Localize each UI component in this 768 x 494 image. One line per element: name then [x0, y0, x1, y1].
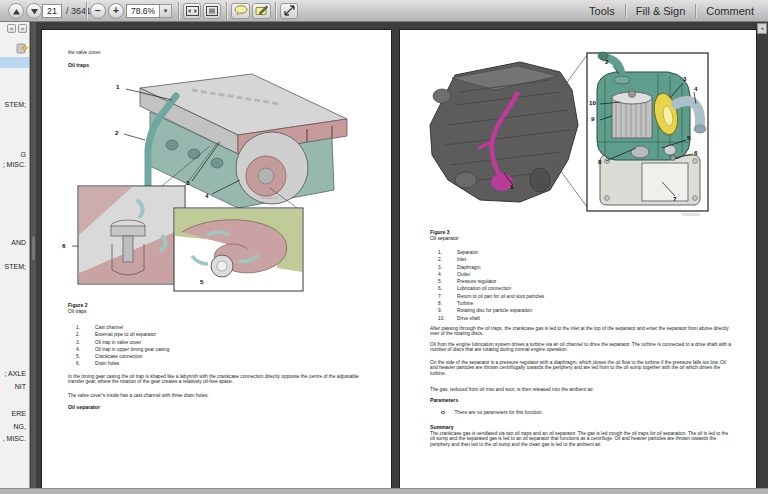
oil-traps-figure: [42, 30, 391, 488]
arrow-up-icon: [12, 2, 21, 20]
figure-subcaption: Oil separator: [430, 235, 459, 241]
bookmark-item[interactable]: STEM;: [5, 263, 26, 270]
body-text: Oil from the engine lubrication system d…: [430, 342, 734, 353]
body-text: The gas, reduced from oil mist and soot,…: [430, 387, 734, 392]
figure-id: V1060075: [260, 196, 278, 200]
panel-expand-button[interactable]: »: [18, 24, 27, 33]
toolbar-separator: [86, 2, 87, 19]
comment-button[interactable]: Comment: [696, 5, 764, 17]
figure-callout: 8: [598, 159, 601, 165]
figure-caption: Figure 2 Oil traps: [68, 302, 87, 315]
figure-callout: 10: [589, 100, 596, 106]
single-page-mode-button[interactable]: [203, 3, 221, 19]
toolbar-separator: [178, 2, 179, 19]
toolbar: / 3641 − + 78.6% ▾: [0, 0, 768, 22]
bookmark-item[interactable]: STEM;: [5, 101, 26, 108]
body-text: On the side of the separator is a pressu…: [430, 360, 734, 376]
body-text: After passing through the oil traps, the…: [430, 326, 734, 337]
figure-subcaption: Oil traps: [68, 308, 87, 314]
chevron-down-icon: ▾: [164, 7, 168, 15]
body-text: the valve cover.: [68, 50, 368, 55]
minus-icon: −: [95, 5, 101, 16]
figure-callout: 6: [62, 243, 65, 249]
fullscreen-button[interactable]: [280, 3, 298, 19]
bookmark-item[interactable]: ; MISC.: [3, 161, 26, 168]
page-number-input[interactable]: [42, 4, 62, 18]
figure-callout: 5: [687, 135, 690, 141]
tools-pane-toggle-button[interactable]: ◂: [757, 23, 767, 34]
bookmark-item[interactable]: NG,: [14, 423, 26, 430]
section-heading: Oil traps: [68, 62, 89, 68]
pdf-viewer-window: / 3641 − + 78.6% ▾: [0, 0, 768, 494]
figure-callout: 1: [116, 84, 119, 90]
figure-id: V1092006: [682, 213, 700, 217]
bookmark-options-icon[interactable]: [16, 40, 28, 58]
scrolling-mode-button[interactable]: [183, 3, 201, 19]
bookmark-item[interactable]: AND: [11, 239, 26, 246]
speech-bubble-icon: [234, 2, 248, 20]
zoom-level-value[interactable]: 78.6%: [126, 4, 160, 18]
figure-callout: 4: [694, 86, 697, 92]
figure-callout: 6: [694, 150, 697, 156]
body-text: The crankcase gas is ventilated via two …: [430, 431, 734, 447]
body-text: The valve cover's inside has a cast chan…: [68, 393, 370, 398]
bullet-icon: [441, 411, 445, 415]
expand-arrows-icon: [284, 2, 295, 20]
figure-callout: 7: [673, 196, 676, 202]
bookmark-item[interactable]: , MISC.: [3, 435, 26, 442]
panel-splitter[interactable]: [30, 22, 36, 488]
tools-button[interactable]: Tools: [579, 5, 625, 17]
toolbar-separator: [226, 2, 227, 19]
page-left: 1 2 3 4 5 6 V1060075 the valve cover. Oi…: [42, 30, 391, 488]
bookmark-item[interactable]: ; AXLE: [5, 370, 26, 377]
next-page-button[interactable]: [26, 3, 42, 19]
figure-legend-list: 1.Separator 2.Inlet 3.Diaphragm 4.Outlet…: [438, 249, 544, 322]
page-total-label: / 3641: [66, 6, 91, 16]
figure-callout: 1: [510, 184, 513, 190]
figure-callout: 5: [200, 279, 203, 285]
figure-caption: Figure 3 Oil separator: [430, 229, 459, 242]
fill-sign-button[interactable]: Fill & Sign: [626, 5, 696, 17]
bookmark-item[interactable]: ERE: [12, 410, 26, 417]
zoom-dropdown-button[interactable]: ▾: [160, 4, 172, 18]
fill-sign-tool-button[interactable]: [252, 3, 271, 19]
section-heading: Oil separator: [68, 404, 100, 410]
bookmark-item[interactable]: G: [21, 151, 26, 158]
toolbar-right-group: Tools Fill & Sign Comment: [579, 0, 764, 22]
parameters-bullet: There are no parameters for this functio…: [436, 410, 726, 415]
figure-callout: 2: [605, 59, 608, 65]
fit-width-icon: [186, 2, 199, 20]
page-right: 1 2 3 4 5 6 7 8 9 10 V1092006 Figure 3 O…: [400, 30, 756, 488]
figure-callout: 3: [683, 76, 686, 82]
chevron-left-icon: ◂: [761, 25, 764, 31]
arrow-down-icon: [30, 2, 39, 20]
section-heading: Summary: [430, 424, 454, 430]
bookmark-item[interactable]: NIT: [15, 383, 26, 390]
zoom-in-button[interactable]: +: [108, 3, 124, 19]
figure-legend-list: 1.Cast channel 2.External pipe to oil se…: [76, 324, 169, 368]
comment-annotation-button[interactable]: [231, 3, 250, 19]
plus-icon: +: [113, 5, 119, 16]
body-text: In the timing gear casing the oil trap i…: [68, 374, 370, 385]
bookmarks-panel: « » STEM; G ; MISC. AND STEM; ; AXLE NIT…: [0, 22, 30, 488]
signature-pen-icon: [255, 2, 269, 20]
fit-page-icon: [206, 2, 218, 20]
bookmark-selected[interactable]: [0, 57, 30, 68]
figure-callout: 3: [186, 180, 189, 186]
horizontal-scrollbar[interactable]: [0, 488, 768, 494]
splitter-grip-icon: [32, 236, 35, 260]
zoom-out-button[interactable]: −: [90, 3, 106, 19]
figure-callout: 4: [205, 193, 208, 199]
figure-callout: 9: [591, 116, 594, 122]
toolbar-separator: [275, 2, 276, 19]
section-heading: Parameters: [430, 397, 458, 403]
figure-callout: 2: [115, 130, 118, 136]
previous-page-button[interactable]: [8, 3, 24, 19]
panel-collapse-button[interactable]: «: [7, 24, 16, 33]
